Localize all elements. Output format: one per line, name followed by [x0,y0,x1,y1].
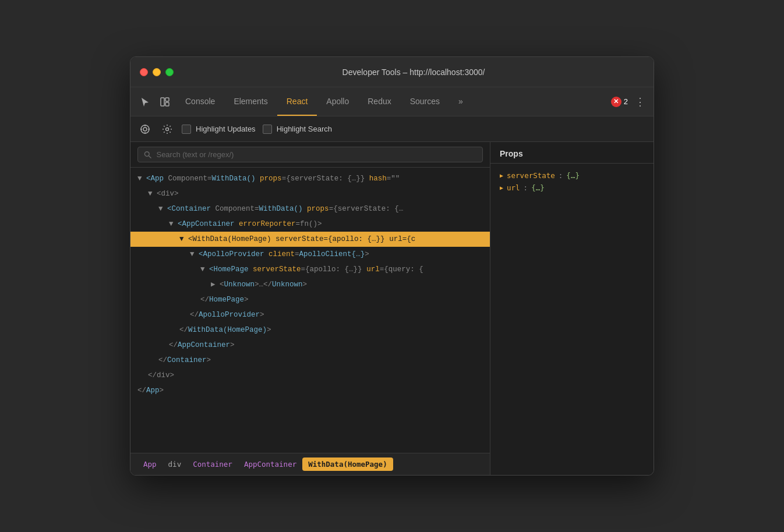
breadcrumb-container[interactable]: Container [187,457,238,471]
checkbox-updates-box[interactable] [182,125,191,134]
second-toolbar: Highlight Updates Highlight Search [130,116,654,142]
highlight-updates-checkbox[interactable]: Highlight Updates [182,125,256,134]
tree-view[interactable]: ▼ <App Component=WithData() props={serve… [130,168,490,453]
tree-node-container[interactable]: ▼ <Container Component=WithData() props=… [130,201,490,217]
prop-key-url: url [507,183,520,192]
prop-value-url: {…} [531,183,545,192]
main-content: ▼ <App Component=WithData() props={serve… [130,142,654,475]
right-panel: Props ▶ serverState : {…} ▶ url : {…} [490,142,654,475]
breadcrumb-app[interactable]: App [137,457,163,471]
tree-node-homepage-close[interactable]: </HomePage> [130,292,490,307]
tree-node-homepage[interactable]: ▼ <HomePage serverState={apollo: {…}} ur… [130,262,490,277]
prop-arrow-url: ▶ [500,185,503,191]
close-button[interactable] [140,68,148,76]
minimize-button[interactable] [153,68,161,76]
tree-node-div[interactable]: ▼ <div> [130,186,490,201]
svg-rect-2 [165,102,169,106]
svg-rect-0 [161,98,164,106]
breadcrumb-withdata[interactable]: WithData(HomePage) [302,457,393,471]
error-badge[interactable]: ✕ 2 [611,97,628,107]
error-icon: ✕ [611,97,621,107]
breadcrumb: App div Container AppContainer WithData(… [130,453,490,475]
tree-node-app[interactable]: ▼ <App Component=WithData() props={serve… [130,171,490,186]
props-header: Props [490,142,654,164]
svg-point-3 [141,125,149,133]
tree-node-withdata-close[interactable]: </WithData(HomePage)> [130,322,490,338]
breadcrumb-appcontainer[interactable]: AppContainer [238,457,302,471]
props-content: ▶ serverState : {…} ▶ url : {…} [490,164,654,200]
prop-value-serverstate: {…} [566,171,580,180]
devtools-window: Developer Tools – http://localhost:3000/… [130,56,654,476]
toolbar-right: ✕ 2 ⋮ [611,93,648,111]
tree-node-withdata-homepage[interactable]: ▼ <WithData(HomePage) serverState={apoll… [130,232,490,247]
search-wrapper[interactable] [137,147,483,162]
search-icon [144,151,151,159]
svg-point-9 [166,127,169,130]
cursor-icon[interactable] [136,93,154,111]
tab-react[interactable]: React [277,87,317,116]
tree-node-app-close[interactable]: </App> [130,383,490,398]
svg-point-4 [143,127,147,131]
maximize-button[interactable] [165,68,174,76]
svg-point-10 [144,151,149,156]
checkbox-search-box[interactable] [263,125,272,134]
search-bar [130,142,490,168]
tab-sources[interactable]: Sources [401,87,449,116]
traffic-lights [140,68,174,76]
search-input[interactable] [156,150,476,159]
breadcrumb-div[interactable]: div [163,457,188,471]
layout-icon[interactable] [156,93,174,111]
tab-console[interactable]: Console [176,87,224,116]
tree-node-appcontainer[interactable]: ▼ <AppContainer errorReporter=fn()> [130,217,490,232]
highlight-search-checkbox[interactable]: Highlight Search [263,125,332,134]
prop-row-url[interactable]: ▶ url : {…} [500,182,644,194]
tree-node-apolloprovider-close[interactable]: </ApolloProvider> [130,307,490,322]
tab-elements[interactable]: Elements [224,87,277,116]
svg-rect-1 [165,98,169,101]
tree-node-appcontainer-close[interactable]: </AppContainer> [130,338,490,353]
settings-icon[interactable] [160,122,175,137]
tab-list: Console Elements React Apollo Redux Sour… [176,87,609,116]
left-panel: ▼ <App Component=WithData() props={serve… [130,142,490,475]
title-bar: Developer Tools – http://localhost:3000/ [130,57,654,87]
tree-node-unknown[interactable]: ▶ <Unknown>…</Unknown> [130,277,490,292]
tab-more[interactable]: » [449,87,472,116]
prop-key-serverstate: serverState [507,171,555,180]
tab-redux[interactable]: Redux [358,87,400,116]
tree-node-apolloprovider[interactable]: ▼ <ApolloProvider client=ApolloClient{…}… [130,247,490,262]
prop-row-serverstate[interactable]: ▶ serverState : {…} [500,169,644,182]
menu-button[interactable]: ⋮ [633,93,648,111]
svg-line-11 [149,155,151,158]
tree-node-div-close[interactable]: </div> [130,368,490,383]
window-title: Developer Tools – http://localhost:3000/ [183,68,644,77]
tree-node-container-close[interactable]: </Container> [130,353,490,368]
tab-apollo[interactable]: Apollo [317,87,358,116]
prop-arrow-serverstate: ▶ [500,172,503,179]
target-icon[interactable] [137,122,153,137]
main-toolbar: Console Elements React Apollo Redux Sour… [130,87,654,116]
